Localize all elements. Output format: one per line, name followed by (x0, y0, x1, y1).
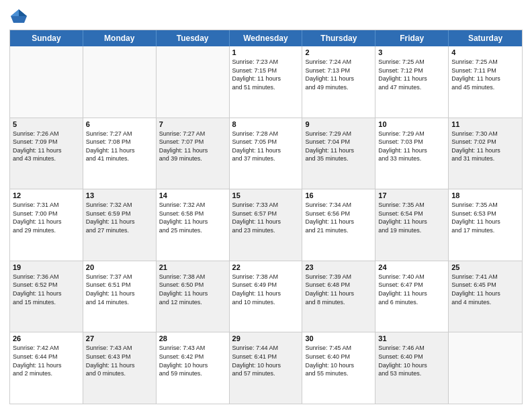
cal-header-day: Saturday (449, 30, 522, 46)
calendar-cell: 10Sunrise: 7:29 AM Sunset: 7:03 PM Dayli… (375, 118, 449, 189)
calendar-cell (83, 46, 157, 118)
calendar-cell: 18Sunrise: 7:35 AM Sunset: 6:53 PM Dayli… (449, 189, 522, 261)
calendar-header: SundayMondayTuesdayWednesdayThursdayFrid… (10, 30, 522, 46)
logo (9, 7, 31, 26)
calendar-body: 1Sunrise: 7:23 AM Sunset: 7:15 PM Daylig… (10, 46, 522, 404)
day-number: 24 (378, 263, 445, 271)
cal-header-day: Monday (83, 30, 157, 46)
day-number: 23 (305, 263, 372, 271)
cell-info: Sunrise: 7:37 AM Sunset: 6:51 PM Dayligh… (86, 273, 153, 306)
calendar-row: 1Sunrise: 7:23 AM Sunset: 7:15 PM Daylig… (10, 46, 522, 118)
day-number: 27 (86, 334, 153, 342)
calendar-cell: 17Sunrise: 7:35 AM Sunset: 6:54 PM Dayli… (375, 189, 449, 261)
calendar-row: 26Sunrise: 7:42 AM Sunset: 6:44 PM Dayli… (10, 332, 522, 404)
cell-info: Sunrise: 7:38 AM Sunset: 6:49 PM Dayligh… (232, 273, 300, 306)
cell-info: Sunrise: 7:36 AM Sunset: 6:52 PM Dayligh… (13, 273, 80, 306)
calendar-cell: 25Sunrise: 7:41 AM Sunset: 6:45 PM Dayli… (449, 261, 522, 332)
day-number: 30 (305, 334, 372, 342)
day-number: 20 (86, 263, 153, 271)
day-number: 14 (159, 191, 226, 199)
day-number: 22 (232, 263, 300, 271)
day-number: 6 (86, 120, 153, 128)
cell-info: Sunrise: 7:43 AM Sunset: 6:42 PM Dayligh… (159, 344, 226, 377)
cell-info: Sunrise: 7:35 AM Sunset: 6:53 PM Dayligh… (451, 201, 519, 234)
cell-info: Sunrise: 7:35 AM Sunset: 6:54 PM Dayligh… (378, 201, 445, 234)
calendar-cell: 7Sunrise: 7:27 AM Sunset: 7:07 PM Daylig… (157, 118, 230, 189)
cell-info: Sunrise: 7:41 AM Sunset: 6:45 PM Dayligh… (451, 273, 519, 306)
day-number: 9 (305, 120, 372, 128)
cell-info: Sunrise: 7:45 AM Sunset: 6:40 PM Dayligh… (305, 344, 372, 377)
cell-info: Sunrise: 7:40 AM Sunset: 6:47 PM Dayligh… (378, 273, 445, 306)
day-number: 16 (305, 191, 372, 199)
day-number: 17 (378, 191, 445, 199)
cal-header-day: Sunday (10, 30, 83, 46)
header (9, 7, 523, 26)
calendar-cell: 2Sunrise: 7:24 AM Sunset: 7:13 PM Daylig… (302, 46, 375, 118)
day-number: 19 (13, 263, 80, 271)
calendar-cell: 15Sunrise: 7:33 AM Sunset: 6:57 PM Dayli… (230, 189, 303, 261)
cell-info: Sunrise: 7:42 AM Sunset: 6:44 PM Dayligh… (13, 344, 80, 377)
page: SundayMondayTuesdayWednesdayThursdayFrid… (0, 0, 532, 411)
cell-info: Sunrise: 7:38 AM Sunset: 6:50 PM Dayligh… (159, 273, 226, 306)
day-number: 4 (451, 48, 519, 56)
cell-info: Sunrise: 7:29 AM Sunset: 7:03 PM Dayligh… (378, 130, 445, 163)
cell-info: Sunrise: 7:26 AM Sunset: 7:09 PM Dayligh… (13, 130, 80, 163)
cell-info: Sunrise: 7:33 AM Sunset: 6:57 PM Dayligh… (232, 201, 300, 234)
day-number: 29 (232, 334, 300, 342)
cell-info: Sunrise: 7:27 AM Sunset: 7:08 PM Dayligh… (86, 130, 153, 163)
calendar-row: 19Sunrise: 7:36 AM Sunset: 6:52 PM Dayli… (10, 261, 522, 333)
day-number: 3 (378, 48, 445, 56)
cell-info: Sunrise: 7:28 AM Sunset: 7:05 PM Dayligh… (232, 130, 300, 163)
calendar-cell: 16Sunrise: 7:34 AM Sunset: 6:56 PM Dayli… (302, 189, 375, 261)
cell-info: Sunrise: 7:29 AM Sunset: 7:04 PM Dayligh… (305, 130, 372, 163)
cell-info: Sunrise: 7:27 AM Sunset: 7:07 PM Dayligh… (159, 130, 226, 163)
calendar-cell: 9Sunrise: 7:29 AM Sunset: 7:04 PM Daylig… (302, 118, 375, 189)
calendar-cell: 11Sunrise: 7:30 AM Sunset: 7:02 PM Dayli… (449, 118, 522, 189)
calendar-cell: 5Sunrise: 7:26 AM Sunset: 7:09 PM Daylig… (10, 118, 83, 189)
day-number: 15 (232, 191, 300, 199)
day-number: 13 (86, 191, 153, 199)
calendar-cell: 4Sunrise: 7:25 AM Sunset: 7:11 PM Daylig… (449, 46, 522, 118)
day-number: 18 (451, 191, 519, 199)
day-number: 28 (159, 334, 226, 342)
cell-info: Sunrise: 7:31 AM Sunset: 7:00 PM Dayligh… (13, 201, 80, 234)
cell-info: Sunrise: 7:24 AM Sunset: 7:13 PM Dayligh… (305, 58, 372, 91)
calendar-row: 5Sunrise: 7:26 AM Sunset: 7:09 PM Daylig… (10, 118, 522, 190)
cell-info: Sunrise: 7:23 AM Sunset: 7:15 PM Dayligh… (232, 58, 300, 91)
cal-header-day: Tuesday (157, 30, 230, 46)
calendar-cell: 21Sunrise: 7:38 AM Sunset: 6:50 PM Dayli… (157, 261, 230, 332)
cell-info: Sunrise: 7:25 AM Sunset: 7:11 PM Dayligh… (451, 58, 519, 91)
cell-info: Sunrise: 7:44 AM Sunset: 6:41 PM Dayligh… (232, 344, 300, 377)
calendar-cell: 1Sunrise: 7:23 AM Sunset: 7:15 PM Daylig… (230, 46, 303, 118)
calendar-cell (157, 46, 230, 118)
cal-header-day: Wednesday (230, 30, 303, 46)
day-number: 21 (159, 263, 226, 271)
cal-header-day: Friday (375, 30, 449, 46)
cell-info: Sunrise: 7:46 AM Sunset: 6:40 PM Dayligh… (378, 344, 445, 377)
logo-icon (9, 7, 28, 26)
calendar-row: 12Sunrise: 7:31 AM Sunset: 7:00 PM Dayli… (10, 189, 522, 261)
calendar-cell (449, 332, 522, 404)
cal-header-day: Thursday (302, 30, 375, 46)
cell-info: Sunrise: 7:32 AM Sunset: 6:58 PM Dayligh… (159, 201, 226, 234)
day-number: 8 (232, 120, 300, 128)
day-number: 26 (13, 334, 80, 342)
calendar-cell: 14Sunrise: 7:32 AM Sunset: 6:58 PM Dayli… (157, 189, 230, 261)
calendar: SundayMondayTuesdayWednesdayThursdayFrid… (9, 30, 523, 404)
day-number: 7 (159, 120, 226, 128)
calendar-cell: 12Sunrise: 7:31 AM Sunset: 7:00 PM Dayli… (10, 189, 83, 261)
cell-info: Sunrise: 7:25 AM Sunset: 7:12 PM Dayligh… (378, 58, 445, 91)
calendar-cell: 29Sunrise: 7:44 AM Sunset: 6:41 PM Dayli… (230, 332, 303, 404)
cell-info: Sunrise: 7:30 AM Sunset: 7:02 PM Dayligh… (451, 130, 519, 163)
calendar-cell: 13Sunrise: 7:32 AM Sunset: 6:59 PM Dayli… (83, 189, 157, 261)
day-number: 5 (13, 120, 80, 128)
calendar-cell: 27Sunrise: 7:43 AM Sunset: 6:43 PM Dayli… (83, 332, 157, 404)
calendar-cell: 28Sunrise: 7:43 AM Sunset: 6:42 PM Dayli… (157, 332, 230, 404)
day-number: 25 (451, 263, 519, 271)
calendar-cell: 20Sunrise: 7:37 AM Sunset: 6:51 PM Dayli… (83, 261, 157, 332)
day-number: 1 (232, 48, 300, 56)
calendar-cell: 30Sunrise: 7:45 AM Sunset: 6:40 PM Dayli… (302, 332, 375, 404)
calendar-cell: 22Sunrise: 7:38 AM Sunset: 6:49 PM Dayli… (230, 261, 303, 332)
day-number: 2 (305, 48, 372, 56)
calendar-cell: 19Sunrise: 7:36 AM Sunset: 6:52 PM Dayli… (10, 261, 83, 332)
